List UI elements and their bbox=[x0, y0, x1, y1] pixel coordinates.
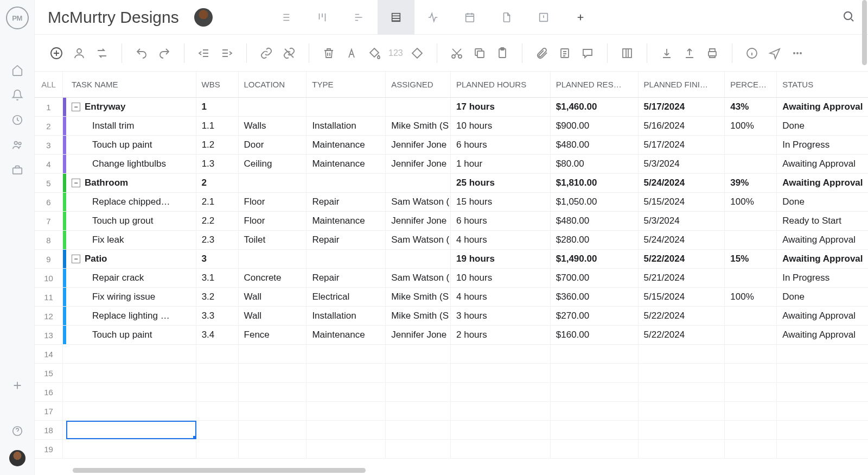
empty-cell[interactable] bbox=[239, 383, 307, 401]
outdent-button[interactable] bbox=[195, 45, 213, 62]
assigned-cell[interactable]: Jennifer Jone bbox=[386, 212, 451, 230]
tab-gantt-view[interactable] bbox=[341, 0, 378, 35]
task-name-cell[interactable] bbox=[66, 345, 196, 363]
cost-cell[interactable]: $360.00 bbox=[551, 288, 639, 306]
wbs-cell[interactable]: 3 bbox=[196, 250, 239, 268]
assigned-cell[interactable]: Mike Smith (S bbox=[386, 288, 451, 306]
location-cell[interactable]: Floor bbox=[239, 193, 307, 211]
col-planned-finish[interactable]: PLANNED FINI… bbox=[639, 72, 725, 97]
finish-cell[interactable]: 5/15/2024 bbox=[639, 193, 725, 211]
empty-cell[interactable] bbox=[196, 383, 239, 401]
empty-cell[interactable] bbox=[307, 364, 386, 382]
bell-icon[interactable] bbox=[11, 89, 23, 101]
status-cell[interactable]: In Progress bbox=[777, 136, 868, 154]
location-cell[interactable]: Concrete bbox=[239, 269, 307, 287]
assigned-cell[interactable] bbox=[386, 250, 451, 268]
briefcase-icon[interactable] bbox=[11, 164, 23, 176]
col-location[interactable]: LOCATION bbox=[239, 72, 307, 97]
plus-icon[interactable] bbox=[11, 379, 23, 391]
type-cell[interactable]: Repair bbox=[307, 231, 386, 249]
empty-cell[interactable] bbox=[725, 364, 777, 382]
columns-icon[interactable] bbox=[618, 45, 636, 62]
empty-cell[interactable] bbox=[777, 383, 868, 401]
assigned-cell[interactable]: Sam Watson ( bbox=[386, 269, 451, 287]
finish-cell[interactable]: 5/3/2024 bbox=[639, 212, 725, 230]
table-row[interactable]: 11Fix wiring issue3.2WallElectricalMike … bbox=[35, 288, 868, 307]
table-row[interactable]: 5−Bathroom225 hours$1,810.005/24/202439%… bbox=[35, 174, 868, 193]
export-icon[interactable] bbox=[681, 45, 698, 62]
wbs-cell[interactable]: 2.2 bbox=[196, 212, 239, 230]
cell-resize-handle[interactable] bbox=[193, 436, 196, 439]
percent-cell[interactable]: 100% bbox=[725, 117, 777, 135]
task-name-cell[interactable]: Touch up paint bbox=[66, 326, 196, 344]
wbs-cell[interactable]: 2.1 bbox=[196, 193, 239, 211]
hours-cell[interactable]: 6 hours bbox=[451, 136, 551, 154]
task-name-cell[interactable]: Touch up grout bbox=[66, 212, 196, 230]
hours-cell[interactable]: 4 hours bbox=[451, 231, 551, 249]
empty-cell[interactable] bbox=[386, 345, 451, 363]
empty-cell[interactable] bbox=[451, 383, 551, 401]
cost-cell[interactable]: $700.00 bbox=[551, 269, 639, 287]
team-icon[interactable] bbox=[11, 139, 23, 151]
empty-cell[interactable] bbox=[451, 440, 551, 458]
tab-calendar-view[interactable] bbox=[451, 0, 488, 35]
empty-cell[interactable] bbox=[725, 440, 777, 458]
status-cell[interactable]: Awaiting Approval bbox=[777, 307, 868, 325]
empty-cell[interactable] bbox=[777, 421, 868, 439]
comment-icon[interactable] bbox=[579, 45, 596, 62]
row-number[interactable]: 6 bbox=[35, 193, 63, 211]
status-cell[interactable]: Done bbox=[777, 117, 868, 135]
status-cell[interactable]: Done bbox=[777, 193, 868, 211]
empty-cell[interactable] bbox=[639, 383, 725, 401]
empty-cell[interactable] bbox=[196, 421, 239, 439]
wbs-cell[interactable]: 1.1 bbox=[196, 117, 239, 135]
hours-cell[interactable]: 17 hours bbox=[451, 98, 551, 116]
empty-cell[interactable] bbox=[451, 345, 551, 363]
empty-cell[interactable] bbox=[725, 402, 777, 420]
type-cell[interactable]: Maintenance bbox=[307, 136, 386, 154]
row-number[interactable]: 7 bbox=[35, 212, 63, 230]
send-icon[interactable] bbox=[766, 45, 783, 62]
row-number[interactable]: 11 bbox=[35, 288, 63, 306]
type-cell[interactable]: Electrical bbox=[307, 288, 386, 306]
clock-icon[interactable] bbox=[11, 114, 23, 126]
cost-cell[interactable]: $160.00 bbox=[551, 326, 639, 344]
task-name-cell[interactable]: −Entryway bbox=[66, 98, 196, 116]
percent-cell[interactable] bbox=[725, 136, 777, 154]
empty-cell[interactable] bbox=[725, 383, 777, 401]
row-number[interactable]: 3 bbox=[35, 136, 63, 154]
empty-cell[interactable] bbox=[777, 440, 868, 458]
type-cell[interactable]: Maintenance bbox=[307, 326, 386, 344]
empty-cell[interactable] bbox=[386, 364, 451, 382]
assigned-cell[interactable] bbox=[386, 174, 451, 192]
hours-cell[interactable]: 6 hours bbox=[451, 212, 551, 230]
number-format-button[interactable]: 123 bbox=[388, 48, 403, 58]
location-cell[interactable]: Wall bbox=[239, 288, 307, 306]
task-name-cell[interactable]: Touch up paint bbox=[66, 136, 196, 154]
empty-cell[interactable] bbox=[777, 345, 868, 363]
indent-button[interactable] bbox=[218, 45, 235, 62]
wbs-cell[interactable]: 3.2 bbox=[196, 288, 239, 306]
empty-cell[interactable] bbox=[451, 421, 551, 439]
undo-button[interactable] bbox=[133, 45, 150, 62]
finish-cell[interactable]: 5/16/2024 bbox=[639, 117, 725, 135]
wbs-cell[interactable]: 2 bbox=[196, 174, 239, 192]
row-number[interactable]: 8 bbox=[35, 231, 63, 249]
row-number[interactable]: 16 bbox=[35, 383, 63, 401]
percent-cell[interactable]: 100% bbox=[725, 288, 777, 306]
empty-cell[interactable] bbox=[777, 402, 868, 420]
collapse-button[interactable]: − bbox=[72, 255, 80, 263]
task-name-cell[interactable] bbox=[66, 383, 196, 401]
cost-cell[interactable]: $270.00 bbox=[551, 307, 639, 325]
percent-cell[interactable] bbox=[725, 307, 777, 325]
empty-cell[interactable] bbox=[196, 440, 239, 458]
hours-cell[interactable]: 19 hours bbox=[451, 250, 551, 268]
task-name-cell[interactable]: Repair crack bbox=[66, 269, 196, 287]
cost-cell[interactable]: $280.00 bbox=[551, 231, 639, 249]
row-number[interactable]: 18 bbox=[35, 421, 63, 439]
table-row[interactable]: 2Install trim1.1WallsInstallationMike Sm… bbox=[35, 117, 868, 136]
col-percent[interactable]: PERCE… bbox=[725, 72, 777, 97]
empty-cell[interactable] bbox=[725, 421, 777, 439]
table-row[interactable]: 15 bbox=[35, 364, 868, 383]
assigned-cell[interactable]: Jennifer Jone bbox=[386, 155, 451, 173]
